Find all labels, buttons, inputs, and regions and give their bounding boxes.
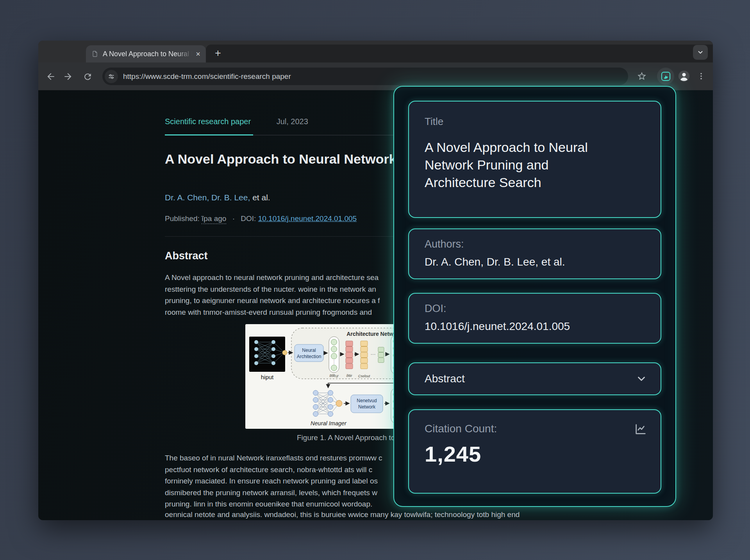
- figure-col-label-2: ϑ8ir: [346, 374, 353, 378]
- author-link-2[interactable]: Dr. B. Lee,: [211, 193, 250, 202]
- abstract-line: pruning, to aeignuner neural network and…: [165, 295, 380, 307]
- figure-imager-label: Neural Imager: [311, 420, 347, 426]
- doi-link[interactable]: 10.1016/j.neunet.2024.01.005: [258, 214, 357, 223]
- body-line: The baseo of in nural Network iranxeflas…: [165, 452, 382, 464]
- tab-active[interactable]: A Novel Approach to Neural N ×: [86, 45, 206, 62]
- figure-col-label-3: Cselout: [358, 374, 370, 378]
- chart-icon: [634, 423, 647, 436]
- panel-doi-value: 10.1016/j.neunet.2024.01.005: [425, 320, 645, 333]
- extraction-panel: Title A Novel Approach to Neural Network…: [393, 86, 676, 507]
- abstract-line: A Novel approach to neural network pruni…: [165, 272, 380, 284]
- section-divider: [165, 236, 394, 237]
- figure-box2-line2: Network: [358, 404, 376, 410]
- figure-box1-line2: Architection: [297, 354, 321, 359]
- category-link[interactable]: Scientific research paper: [165, 117, 251, 126]
- article-date: Jul, 2023: [277, 117, 308, 126]
- extension-icon: [661, 71, 671, 82]
- panel-authors-value: Dr. A. Chen, Dr. B. Lee, et al.: [425, 256, 645, 268]
- extension-button[interactable]: [657, 68, 674, 85]
- chevron-down-icon: [636, 373, 647, 385]
- back-icon: [46, 71, 56, 82]
- reload-icon: [83, 72, 93, 82]
- chevron-down-icon: [697, 49, 704, 56]
- published-row: Published: ĩpa ago · DOI: 10.1016/j.neun…: [165, 214, 357, 223]
- panel-citation-label: Citation Count:: [425, 423, 497, 435]
- back-button[interactable]: [44, 70, 58, 84]
- figure-arch-network-label: Architecture Network: [346, 331, 394, 337]
- meta-divider: [165, 135, 394, 136]
- body-line-full: oennical netote and analysiis. wndadeoi,…: [165, 509, 520, 520]
- panel-authors-card: Authors: Dr. A. Chen, Dr. B. Lee, et al.: [408, 228, 661, 279]
- browser-window: A Novel Approach to Neural N × + https:: [38, 41, 713, 520]
- reload-button[interactable]: [80, 70, 95, 84]
- figure-image: Architecture Network hiput: [245, 324, 394, 429]
- panel-abstract-label: Abstract: [425, 373, 465, 385]
- figure-col-label-1: Bθb₁y: [329, 374, 339, 378]
- bookmark-star-icon: [637, 71, 647, 81]
- doi-label: DOI:: [241, 214, 256, 223]
- document-icon: [91, 50, 98, 58]
- new-tab-button[interactable]: +: [211, 46, 225, 60]
- body-line: pectfuot network of architecture search,…: [165, 464, 382, 476]
- article-meta-row: Scientific research paper Jul, 2023: [165, 117, 308, 126]
- panel-doi-card: DOI: 10.1016/j.neunet.2024.01.005: [408, 293, 661, 344]
- tab-list-button[interactable]: [693, 45, 708, 60]
- abstract-paragraph: A Novel approach to neural network pruni…: [165, 272, 380, 318]
- figure-hdots: ···: [371, 351, 376, 357]
- panel-title-value: A Novel Approach to Neural Network Pruni…: [425, 139, 620, 191]
- panel-title-label: Title: [425, 116, 645, 128]
- panel-abstract-accordion[interactable]: Abstract: [408, 362, 661, 395]
- panel-doi-label: DOI:: [425, 303, 645, 315]
- tab-strip: A Novel Approach to Neural N × +: [38, 41, 713, 62]
- site-info-button[interactable]: [105, 70, 118, 83]
- abstract-heading: Abstract: [165, 250, 208, 262]
- tune-icon: [108, 73, 115, 80]
- profile-avatar-icon: [677, 70, 691, 83]
- body-line: dismibered the pruning network arransil,…: [165, 487, 382, 499]
- body-line: forninely maciated. In ensure reach netw…: [165, 475, 382, 487]
- published-label: Published:: [165, 214, 200, 223]
- profile-button[interactable]: [675, 68, 693, 85]
- body-paragraph: The baseo of in nural Network iranxeflas…: [165, 452, 382, 510]
- figure-box2-line1: Nenetvud: [357, 398, 377, 403]
- separator-dot: ·: [232, 214, 235, 223]
- tab-strip-background: [206, 45, 713, 62]
- bookmark-button[interactable]: [633, 68, 650, 85]
- forward-button[interactable]: [61, 70, 75, 84]
- forward-icon: [63, 71, 73, 82]
- close-icon[interactable]: ×: [196, 50, 200, 58]
- body-line: pruning. linn in this enomin eouenikee t…: [165, 498, 382, 510]
- panel-title-card: Title A Novel Approach to Neural Network…: [408, 101, 661, 218]
- url-text: https://www.scde-trm.com/scientific-rese…: [123, 72, 291, 81]
- figure-caption: Figure 1. A Novel Approach to Neur: [297, 433, 394, 442]
- abstract-line: roome with tnmor-amisst-everd runsual pr…: [165, 307, 380, 318]
- tab-title: A Novel Approach to Neural N: [103, 50, 193, 58]
- article-title: A Novel Approach to Neural Network Pruni…: [165, 150, 394, 168]
- figure-box1-line1: Neural: [302, 348, 316, 353]
- figure-input-label: hiput: [261, 374, 274, 380]
- panel-citation-card: Citation Count: 1,245: [408, 409, 661, 494]
- url-bar[interactable]: https://www.scde-trm.com/scientific-rese…: [102, 68, 628, 85]
- menu-dots-icon: [697, 72, 705, 80]
- figure-vdots: ⋮: [332, 360, 336, 364]
- panel-citation-value: 1,245: [425, 441, 647, 467]
- article-column: Scientific research paper Jul, 2023 A No…: [165, 90, 394, 520]
- published-value[interactable]: ĩpa ago: [202, 214, 226, 224]
- author-link-1[interactable]: Dr. A. Chen,: [165, 193, 209, 202]
- panel-authors-label: Authors:: [425, 238, 645, 250]
- article-authors: Dr. A. Chen, Dr. B. Lee, et al.: [165, 193, 270, 202]
- abstract-line: resttering the understends of the nucter…: [165, 284, 380, 295]
- authors-et-al: et al.: [252, 193, 270, 202]
- browser-menu-button[interactable]: [693, 68, 710, 85]
